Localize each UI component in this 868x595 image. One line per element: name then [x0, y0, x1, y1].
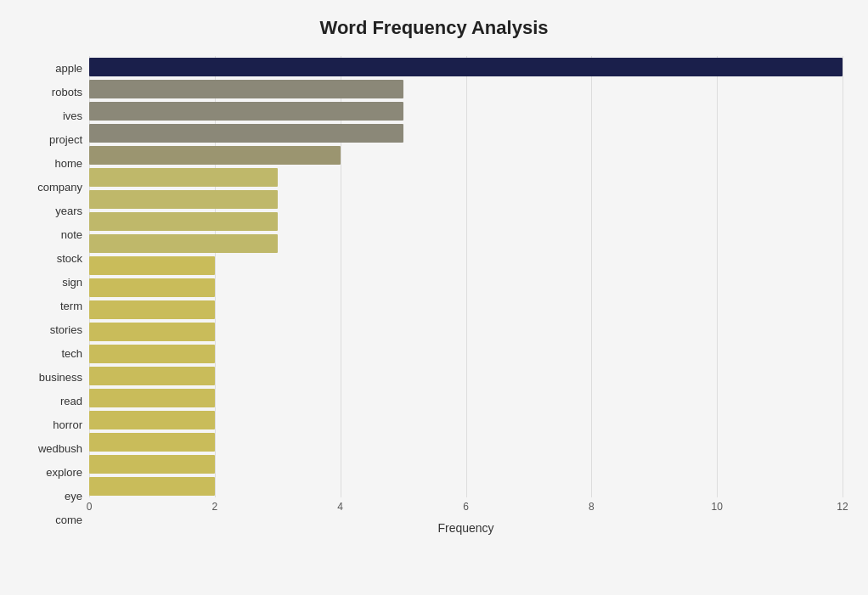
- bars-wrapper: [89, 56, 843, 497]
- bar-row: [89, 299, 843, 321]
- y-label: read: [60, 390, 82, 413]
- y-axis: applerobotsivesprojecthomecompanyyearsno…: [25, 56, 89, 532]
- x-tick: 0: [87, 501, 93, 513]
- y-label: apple: [55, 57, 82, 79]
- bar-row: [89, 409, 843, 431]
- bar-row: [89, 233, 843, 255]
- bar: [89, 212, 278, 231]
- bar-row: [89, 56, 843, 78]
- y-label: project: [49, 128, 82, 150]
- plot-area: 024681012 Frequency: [89, 56, 843, 532]
- bar: [89, 234, 278, 253]
- y-label: robots: [52, 81, 82, 103]
- bar: [89, 300, 215, 319]
- x-ticks: 024681012: [89, 501, 843, 518]
- grid-line: [843, 56, 843, 497]
- bar: [89, 58, 843, 76]
- y-label: stories: [50, 319, 82, 341]
- bar-row: [89, 387, 843, 409]
- bar: [89, 278, 215, 297]
- x-tick: 12: [837, 501, 848, 513]
- bar-row: [89, 144, 843, 166]
- y-label: wedbush: [38, 438, 82, 460]
- y-label: stock: [57, 247, 82, 269]
- bar-row: [89, 122, 843, 144]
- bar-row: [89, 210, 843, 233]
- x-tick: 2: [211, 501, 217, 513]
- x-axis: 024681012 Frequency: [89, 501, 843, 535]
- bar-row: [89, 321, 843, 343]
- bar: [89, 256, 215, 275]
- bar: [89, 190, 278, 209]
- chart-area: applerobotsivesprojecthomecompanyyearsno…: [25, 56, 843, 532]
- bar-row: [89, 277, 843, 299]
- bar-row: [89, 475, 843, 497]
- bar: [89, 389, 215, 407]
- y-label: business: [39, 367, 82, 389]
- y-label: note: [61, 223, 82, 245]
- bar-row: [89, 188, 843, 210]
- y-label: sign: [62, 271, 82, 293]
- bar-row: [89, 166, 843, 188]
- y-label: years: [55, 199, 82, 222]
- y-label: term: [60, 295, 82, 317]
- bar: [89, 146, 341, 165]
- chart-container: Word Frequency Analysis applerobotsivesp…: [0, 0, 868, 595]
- bar-row: [89, 78, 843, 100]
- bar: [89, 168, 278, 187]
- y-label: ives: [63, 104, 82, 126]
- bar: [89, 80, 403, 98]
- x-tick: 6: [463, 501, 469, 513]
- bar: [89, 323, 215, 341]
- bar-row: [89, 343, 843, 365]
- bar: [89, 411, 215, 429]
- bar-row: [89, 255, 843, 277]
- y-label: home: [54, 152, 82, 174]
- bar-row: [89, 453, 843, 475]
- bar: [89, 433, 215, 452]
- chart-title: Word Frequency Analysis: [25, 17, 843, 39]
- bar-row: [89, 100, 843, 122]
- y-label: tech: [61, 343, 82, 365]
- bar-row: [89, 431, 843, 453]
- y-label: eye: [65, 486, 82, 508]
- y-label: horror: [53, 414, 82, 436]
- bar: [89, 345, 215, 363]
- bar: [89, 367, 215, 385]
- x-tick: 8: [589, 501, 595, 513]
- x-axis-label: Frequency: [89, 521, 843, 535]
- bar-row: [89, 365, 843, 387]
- bar: [89, 477, 215, 496]
- bar: [89, 102, 403, 121]
- y-label: explore: [46, 462, 82, 484]
- bar: [89, 455, 215, 474]
- x-tick: 10: [711, 501, 722, 513]
- x-tick: 4: [337, 501, 343, 513]
- bar: [89, 124, 403, 143]
- y-label: company: [37, 176, 82, 198]
- y-label: come: [55, 509, 82, 531]
